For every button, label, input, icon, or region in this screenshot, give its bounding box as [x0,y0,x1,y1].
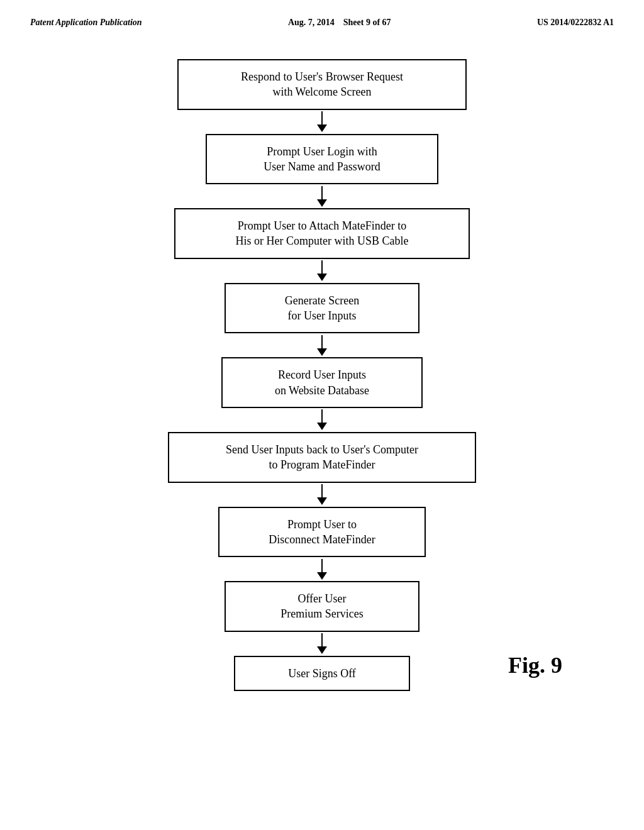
flowchart-box-7-text: Prompt User toDisconnect MateFinder [269,518,375,546]
header-date: Aug. 7, 2014 [288,18,335,27]
flowchart-box-7: Prompt User toDisconnect MateFinder [218,507,426,558]
arrow-3 [317,259,327,283]
flowchart-box-9-text: User Signs Off [288,667,356,680]
header-date-sheet: Aug. 7, 2014 Sheet 9 of 67 [288,18,391,28]
flowchart-diagram: Respond to User's Browser Requestwith We… [0,34,644,716]
arrow-8 [317,632,327,656]
flowchart-box-1-text: Respond to User's Browser Requestwith We… [241,70,403,98]
arrow-1 [317,110,327,134]
flowchart-box-1: Respond to User's Browser Requestwith We… [177,59,467,110]
flowchart-box-2-text: Prompt User Login withUser Name and Pass… [264,145,380,173]
flowchart-box-8-text: Offer UserPremium Services [280,592,363,620]
header-patent-number: US 2014/0222832 A1 [537,18,614,28]
arrow-5 [317,408,327,432]
header-sheet: Sheet 9 of 67 [343,18,391,27]
flowchart-box-3-text: Prompt User to Attach MateFinder toHis o… [236,219,409,247]
arrow-7 [317,557,327,581]
flowchart-box-8: Offer UserPremium Services [225,581,419,632]
arrow-6 [317,483,327,507]
arrow-4 [317,333,327,357]
flowchart-box-5: Record User Inputson Website Database [221,357,423,408]
flowchart-box-6: Send User Inputs back to User's Computer… [168,432,476,483]
flowchart-box-6-text: Send User Inputs back to User's Computer… [226,443,418,471]
flowchart-box-4-text: Generate Screenfor User Inputs [285,294,359,322]
arrow-2 [317,184,327,208]
flowchart-box-9: User Signs Off [234,656,410,691]
header-publication-label: Patent Application Publication [30,18,142,28]
flowchart-box-3: Prompt User to Attach MateFinder toHis o… [174,208,470,259]
flowchart-box-4: Generate Screenfor User Inputs [225,283,419,334]
figure-label: Fig. 9 [508,652,562,678]
page-header: Patent Application Publication Aug. 7, 2… [0,0,644,34]
flowchart-box-2: Prompt User Login withUser Name and Pass… [206,134,438,185]
flowchart-box-5-text: Record User Inputson Website Database [275,368,369,396]
